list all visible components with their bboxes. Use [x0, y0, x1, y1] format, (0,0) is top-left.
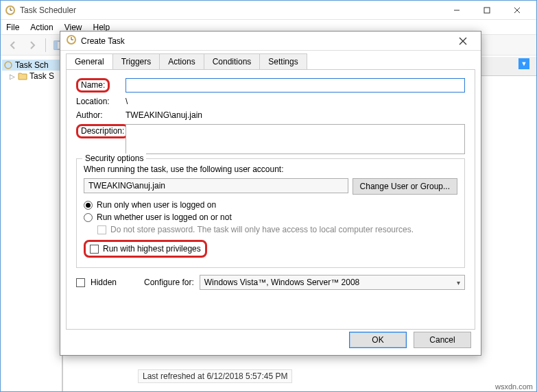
tab-strip: General Triggers Actions Conditions Sett… — [60, 51, 481, 69]
dialog-close-button[interactable] — [451, 33, 475, 49]
security-options-group: Security options When running the task, … — [76, 158, 465, 268]
menu-file[interactable]: File — [6, 23, 19, 32]
ok-button[interactable]: OK — [349, 332, 407, 348]
forward-button[interactable] — [24, 37, 40, 53]
description-label: Description: — [76, 124, 126, 138]
status-bar: Last refreshed at 6/12/2018 5:57:45 PM — [138, 369, 292, 383]
tree-child[interactable]: ▷ Task S — [2, 71, 60, 82]
location-value: \ — [126, 97, 128, 106]
user-account-field: TWEAKING\anuj.jain — [84, 178, 348, 193]
name-input[interactable] — [126, 78, 465, 93]
tab-settings[interactable]: Settings — [259, 53, 307, 69]
close-button[interactable] — [502, 1, 532, 19]
author-value: TWEAKING\anuj.jain — [126, 110, 202, 120]
tree-root-label: Task Sch — [15, 60, 49, 70]
checkbox-highest-privileges[interactable] — [90, 245, 99, 254]
radio-logged-on[interactable] — [84, 201, 93, 210]
chevron-down-icon: ▾ — [457, 279, 460, 286]
no-store-password-label: Do not store password. The task will onl… — [110, 225, 414, 234]
dialog-titlebar: Create Task — [60, 32, 481, 51]
location-label: Location: — [76, 97, 126, 106]
create-task-dialog: Create Task General Triggers Actions Con… — [60, 31, 481, 356]
highest-privileges-label: Run with highest privileges — [103, 244, 201, 254]
radio-whether-logged[interactable] — [84, 213, 93, 222]
minimize-button[interactable] — [442, 1, 472, 19]
dialog-title: Create Task — [81, 36, 451, 46]
configure-for-select[interactable]: Windows Vista™, Windows Server™ 2008 ▾ — [200, 275, 465, 290]
radio-whether-logged-label: Run whether user is logged on or not — [97, 212, 232, 222]
name-label: Name: — [76, 78, 126, 93]
tree-root[interactable]: Task Sch — [2, 60, 60, 71]
window-title: Task Scheduler — [20, 5, 442, 15]
radio-logged-on-label: Run only when user is logged on — [97, 200, 216, 210]
tree-child-label: Task S — [29, 71, 54, 81]
checkbox-no-store-password — [97, 225, 106, 234]
change-user-button[interactable]: Change User or Group... — [353, 178, 457, 195]
dialog-icon — [66, 34, 77, 47]
tab-triggers[interactable]: Triggers — [112, 53, 160, 69]
description-input[interactable] — [126, 124, 465, 154]
maximize-button[interactable] — [472, 1, 502, 19]
checkbox-hidden[interactable] — [76, 278, 85, 287]
author-label: Author: — [76, 110, 126, 120]
watermark: wsxdn.com — [495, 382, 533, 391]
tab-general[interactable]: General — [66, 53, 113, 69]
expand-icon[interactable]: ▷ — [9, 73, 16, 80]
window-controls — [442, 1, 532, 19]
tab-body-general: Name: Location: \ Author: TWEAKING\anuj.… — [66, 69, 475, 330]
configure-for-value: Windows Vista™, Windows Server™ 2008 — [204, 278, 360, 287]
svg-rect-4 — [484, 8, 490, 13]
security-legend: Security options — [82, 154, 146, 163]
cancel-button[interactable]: Cancel — [414, 332, 471, 348]
menu-action[interactable]: Action — [30, 23, 53, 32]
tab-actions[interactable]: Actions — [159, 53, 204, 69]
hidden-label: Hidden — [91, 278, 117, 287]
svg-point-11 — [5, 62, 12, 69]
panel-dropdown-icon[interactable]: ▼ — [518, 58, 529, 69]
dialog-buttons: OK Cancel — [349, 332, 471, 348]
app-icon — [5, 5, 16, 16]
svg-rect-8 — [54, 41, 58, 49]
configure-for-label: Configure for: — [144, 278, 194, 287]
when-running-label: When running the task, use the following… — [84, 164, 457, 174]
tree-pane[interactable]: Task Sch ▷ Task S — [1, 57, 62, 391]
titlebar: Task Scheduler — [1, 1, 536, 20]
back-button[interactable] — [5, 37, 21, 53]
folder-icon — [18, 71, 27, 81]
tab-conditions[interactable]: Conditions — [204, 53, 261, 69]
toolbar-separator — [45, 38, 46, 52]
clock-icon — [3, 60, 13, 70]
